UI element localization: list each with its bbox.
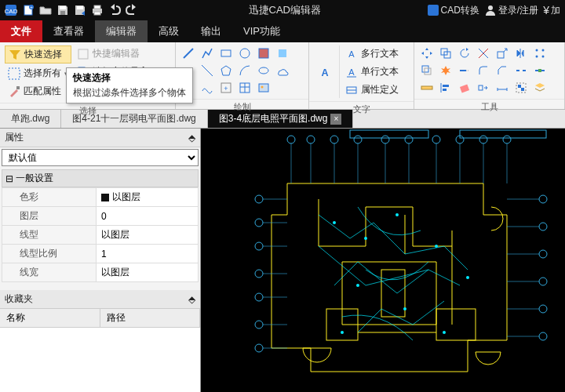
fillet-tool[interactable] bbox=[476, 63, 491, 78]
svg-rect-6 bbox=[60, 11, 65, 15]
align-tool[interactable] bbox=[438, 80, 454, 96]
line-tool[interactable] bbox=[180, 45, 196, 61]
insert-tool[interactable]: + bbox=[218, 80, 234, 96]
svg-rect-60 bbox=[443, 89, 447, 91]
arc-tool[interactable] bbox=[237, 63, 253, 78]
pay-link[interactable]: ¥加 bbox=[543, 4, 560, 17]
spline-tool[interactable] bbox=[199, 80, 215, 96]
cloud-tool[interactable] bbox=[275, 63, 290, 78]
mtext-icon: A bbox=[345, 48, 358, 60]
print-icon[interactable] bbox=[89, 2, 105, 18]
save-icon[interactable] bbox=[55, 2, 71, 18]
svg-point-111 bbox=[255, 344, 263, 352]
ellipse-tool[interactable] bbox=[256, 63, 272, 78]
tooltip-title: 快速选择 bbox=[73, 71, 186, 85]
svg-point-106 bbox=[255, 219, 263, 227]
tab-output[interactable]: 输出 bbox=[190, 20, 232, 42]
svg-point-123 bbox=[356, 284, 359, 287]
text-big-icon[interactable]: A bbox=[314, 61, 336, 83]
svg-point-126 bbox=[341, 331, 344, 334]
copy-tool[interactable] bbox=[438, 45, 454, 61]
tab-viewer[interactable]: 查看器 bbox=[42, 20, 95, 42]
cad-convert-link[interactable]: CAD转换 bbox=[427, 4, 479, 17]
trim-tool[interactable] bbox=[476, 45, 491, 61]
svg-rect-67 bbox=[518, 85, 521, 88]
tab-editor[interactable]: 编辑器 bbox=[95, 20, 148, 42]
layer-tool[interactable] bbox=[532, 80, 548, 96]
table-row[interactable]: 线型比例1 bbox=[2, 245, 199, 263]
quick-select-button[interactable]: 快速选择 bbox=[5, 45, 71, 64]
pin-icon[interactable]: ⬘ bbox=[188, 132, 195, 143]
svg-rect-18 bbox=[221, 50, 231, 56]
polyline-tool[interactable] bbox=[199, 45, 215, 61]
tab-advanced[interactable]: 高级 bbox=[148, 20, 190, 42]
attrdef-button[interactable]: 属性定义 bbox=[342, 82, 402, 98]
extend-tool[interactable] bbox=[457, 63, 472, 78]
tab-file[interactable]: 文件 bbox=[0, 20, 42, 42]
array-tool[interactable] bbox=[532, 45, 548, 61]
polygon-tool[interactable] bbox=[218, 63, 234, 78]
new-icon[interactable]: + bbox=[20, 2, 36, 18]
table-row[interactable]: 线宽以图层 bbox=[2, 263, 199, 282]
move-tool[interactable] bbox=[419, 45, 435, 61]
svg-point-110 bbox=[255, 321, 263, 328]
xline-tool[interactable] bbox=[199, 63, 215, 78]
join-tool[interactable] bbox=[532, 63, 548, 78]
image-tool[interactable] bbox=[256, 80, 272, 96]
dim-tool[interactable] bbox=[494, 80, 510, 96]
pin-icon[interactable]: ⬘ bbox=[188, 294, 195, 305]
svg-rect-10 bbox=[94, 12, 100, 15]
login-link[interactable]: 登录/注册 bbox=[484, 4, 538, 17]
saveas-icon[interactable] bbox=[72, 2, 88, 18]
open-icon[interactable] bbox=[38, 2, 53, 18]
tooltip: 快速选择 根据过滤条件选择多个物体 bbox=[66, 67, 193, 103]
svg-rect-59 bbox=[443, 85, 449, 87]
scale-tool[interactable] bbox=[494, 45, 510, 61]
chamfer-tool[interactable] bbox=[494, 63, 510, 78]
fav-list[interactable] bbox=[0, 328, 200, 392]
default-dropdown[interactable]: 默认值 bbox=[2, 149, 199, 166]
break-tool[interactable] bbox=[513, 63, 529, 78]
undo-icon[interactable] bbox=[107, 2, 122, 18]
hatch-tool[interactable] bbox=[256, 45, 272, 61]
rotate-tool[interactable] bbox=[457, 45, 472, 61]
stretch-tool[interactable] bbox=[476, 80, 491, 96]
svg-point-98 bbox=[354, 136, 362, 143]
svg-rect-5 bbox=[60, 6, 66, 9]
circle-tool[interactable] bbox=[237, 45, 253, 61]
quick-editor-button[interactable]: 快捷编辑器 bbox=[74, 45, 152, 62]
table-row[interactable]: 图层0 bbox=[2, 207, 199, 226]
section-general[interactable]: ⊟一般设置 bbox=[2, 169, 199, 187]
svg-rect-127 bbox=[350, 130, 428, 138]
svg-rect-21 bbox=[279, 49, 286, 57]
region-tool[interactable] bbox=[275, 45, 290, 61]
svg-text:A: A bbox=[321, 67, 328, 78]
props-title: 属性 bbox=[5, 131, 24, 144]
tab-vip[interactable]: VIP功能 bbox=[232, 20, 291, 42]
erase-tool[interactable] bbox=[457, 80, 472, 96]
table-tool[interactable] bbox=[237, 80, 253, 96]
table-row[interactable]: 线型以图层 bbox=[2, 226, 199, 245]
stext-button[interactable]: A单行文本 bbox=[342, 64, 402, 80]
svg-point-109 bbox=[255, 293, 263, 301]
side-panel: 属性 ⬘ 默认值 ⊟一般设置 色彩以图层 图层0 线型以图层 线型比例1 线宽以… bbox=[0, 129, 201, 392]
svg-point-115 bbox=[539, 278, 547, 285]
rect-tool[interactable] bbox=[218, 45, 234, 61]
attr-icon bbox=[345, 84, 358, 96]
drawing-canvas[interactable] bbox=[201, 129, 565, 392]
mirror-tool[interactable] bbox=[513, 45, 529, 61]
offset-tool[interactable] bbox=[419, 63, 435, 78]
svg-point-48 bbox=[536, 56, 538, 58]
match-prop-button[interactable]: 匹配属性 bbox=[5, 83, 71, 100]
app-icon[interactable]: CAD bbox=[3, 2, 19, 18]
svg-rect-71 bbox=[436, 309, 476, 340]
select-all-button[interactable]: 选择所有▾ bbox=[5, 65, 71, 82]
mtext-button[interactable]: A多行文本 bbox=[342, 45, 402, 62]
svg-rect-20 bbox=[259, 49, 268, 58]
group-tool[interactable] bbox=[513, 80, 529, 96]
svg-rect-13 bbox=[9, 68, 20, 79]
explode-tool[interactable] bbox=[438, 63, 454, 78]
measure-tool[interactable] bbox=[419, 80, 435, 96]
redo-icon[interactable] bbox=[124, 2, 140, 18]
table-row[interactable]: 色彩以图层 bbox=[2, 188, 199, 207]
